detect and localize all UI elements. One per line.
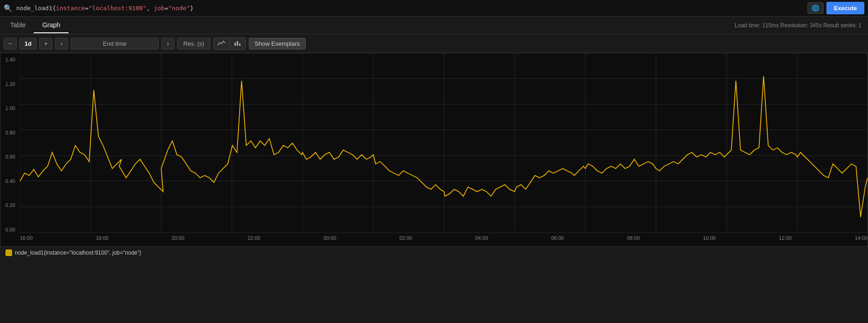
load-info: Load time: 115ms Resolution: 345s Result… <box>735 22 866 29</box>
search-bar: 🔍 node_load1{instance="localhost:9100", … <box>0 0 868 17</box>
y-label-140: 1.40 <box>2 57 18 62</box>
search-icon: 🔍 <box>4 4 12 12</box>
next-button[interactable]: › <box>161 38 174 49</box>
increment-button[interactable]: + <box>39 38 52 49</box>
x-label-0600: 06:00 <box>551 235 564 241</box>
y-axis: 1.40 1.20 1.00 0.80 0.60 0.40 0.20 0.00 <box>0 53 20 232</box>
x-label-0800: 08:00 <box>627 235 640 241</box>
query-instance-key: instance <box>56 5 85 12</box>
resolution-button[interactable]: Res. (s) <box>177 38 210 49</box>
show-exemplars-button[interactable]: Show Exemplars <box>249 38 306 49</box>
query-job-key: job <box>154 5 164 12</box>
y-label-120: 1.20 <box>2 81 18 87</box>
x-label-0000: 00:00 <box>324 235 337 241</box>
y-label-100: 1.00 <box>2 105 18 111</box>
x-label-2000: 20:00 <box>172 235 185 241</box>
x-label-0200: 02:00 <box>400 235 412 241</box>
controls-row: − 1d + ‹ End time › Res. (s) Show Exempl… <box>0 34 868 53</box>
y-label-040: 0.40 <box>2 178 18 184</box>
decrement-button[interactable]: − <box>4 38 17 49</box>
prev-button[interactable]: ‹ <box>55 38 68 49</box>
query-fn: node_load1{ <box>16 5 56 12</box>
x-label-1600: 16:00 <box>20 235 33 241</box>
chart-area: 1.40 1.20 1.00 0.80 0.60 0.40 0.20 0.00 <box>0 53 868 247</box>
x-label-2200: 22:00 <box>247 235 260 241</box>
line-chart-button[interactable] <box>214 38 230 49</box>
chart-svg <box>20 53 868 233</box>
legend: node_load1{instance="localhost:9100", jo… <box>0 247 868 259</box>
x-label-0400: 04:00 <box>475 235 488 241</box>
bar-chart-button[interactable] <box>230 38 246 49</box>
tabs-bar: Table Graph Load time: 115ms Resolution:… <box>0 17 868 34</box>
tab-table[interactable]: Table <box>2 18 34 33</box>
x-axis: 16:00 18:00 20:00 22:00 00:00 02:00 04:0… <box>20 233 868 246</box>
tab-graph[interactable]: Graph <box>34 18 68 33</box>
x-label-1000: 10:00 <box>703 235 716 241</box>
svg-rect-2 <box>239 43 240 46</box>
x-label-1200: 12:00 <box>779 235 792 241</box>
y-label-080: 0.80 <box>2 130 18 135</box>
svg-rect-0 <box>234 43 236 46</box>
y-label-000: 0.00 <box>2 227 18 232</box>
y-label-020: 0.20 <box>2 202 18 208</box>
chart-type-group <box>213 37 246 50</box>
query-display: node_load1{instance="localhost:9100", jo… <box>16 5 194 12</box>
query-job-val: "node" <box>168 5 190 12</box>
execute-button[interactable]: Execute <box>826 2 864 14</box>
duration-display: 1d <box>19 38 37 49</box>
end-time-button[interactable]: End time <box>71 38 159 49</box>
query-instance-val: "localhost:9100" <box>89 5 147 12</box>
legend-series-label: node_load1{instance="localhost:9100", jo… <box>15 250 141 256</box>
x-label-1400: 14:00 <box>855 235 868 241</box>
legend-color-swatch <box>6 250 12 256</box>
svg-rect-1 <box>237 41 238 46</box>
y-label-060: 0.60 <box>2 154 18 159</box>
x-label-1800: 18:00 <box>96 235 109 241</box>
globe-button[interactable]: 🌐 <box>807 2 824 14</box>
